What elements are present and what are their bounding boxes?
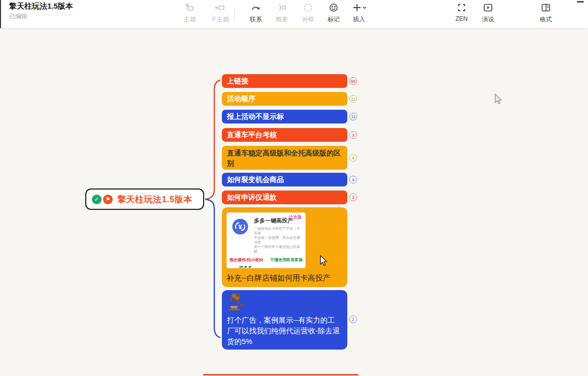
document-title[interactable]: 擎天柱玩法1.5版本 bbox=[9, 2, 73, 11]
format-button[interactable]: 格式 bbox=[533, 3, 559, 24]
root-topic[interactable]: ✓ ⚑ 擎天柱玩法1.5版本 bbox=[85, 189, 204, 210]
format-panel-icon bbox=[533, 3, 559, 15]
root-topic-label: 擎天柱玩法1.5版本 bbox=[117, 194, 192, 205]
topic-label: 主题 bbox=[177, 15, 203, 24]
format-label: 格式 bbox=[533, 15, 559, 24]
currency-glyph: ¥ bbox=[238, 223, 242, 231]
topic-count-badge[interactable]: 4 bbox=[349, 154, 357, 162]
relationship-label: 联系 bbox=[243, 15, 269, 24]
summary-label: 概要 bbox=[269, 15, 295, 24]
insert-button[interactable]: 插入 bbox=[344, 3, 374, 24]
topic-ztc-platform-check[interactable]: 直通车平台考核 bbox=[222, 128, 347, 142]
zen-brackets-icon bbox=[448, 3, 475, 15]
topic-activity-no-tag[interactable]: 报上活动不显示标 bbox=[222, 110, 347, 123]
remote-cursor bbox=[494, 93, 503, 105]
topic-ztc-version-diff[interactable]: 直通车稳定高级版和全托高级版的区别 bbox=[222, 146, 347, 170]
topic-supplement-image-node[interactable]: ¥ 多多一键高投产 计次版 一键自动化卡高投产开车（开车老 手必备）全免费、请点… bbox=[222, 207, 347, 287]
ad-text: 打个广告，案例展示--有实力的工厂可以找我们纯佣代运营收-除去退货的5% bbox=[227, 315, 342, 347]
summary-button[interactable]: 概要 bbox=[269, 3, 295, 24]
topic-count-badge[interactable]: 50 bbox=[349, 77, 357, 85]
relationship-button[interactable]: 联系 bbox=[243, 3, 269, 24]
topic-button[interactable]: 主题 bbox=[177, 3, 203, 24]
relationship-icon bbox=[243, 3, 269, 15]
topic-icon bbox=[177, 3, 203, 15]
subtopic-icon bbox=[207, 3, 233, 15]
toolbar-separator bbox=[234, 7, 235, 20]
document-status: 已编辑 bbox=[9, 12, 27, 21]
topic-appeal-refund[interactable]: 如何申诉仅退款 bbox=[222, 191, 347, 204]
insert-plus-icon bbox=[344, 3, 374, 15]
subtopic-label: 子主题 bbox=[207, 15, 233, 24]
topic-label: 活动顺序 bbox=[227, 94, 255, 104]
tool-card-tag: 计次版 bbox=[289, 214, 302, 221]
summary-icon bbox=[269, 3, 295, 15]
zen-button[interactable]: ZEN bbox=[448, 3, 475, 22]
insert-label: 插入 bbox=[344, 15, 374, 24]
toolbar: 擎天柱玩法1.5版本 已编辑 主题 子主题 联系 概要 bbox=[0, 0, 588, 28]
present-play-icon bbox=[475, 3, 501, 15]
topic-count-badge[interactable]: 11 bbox=[349, 113, 357, 120]
topic-count-badge[interactable]: 3 bbox=[349, 194, 357, 201]
boundary-label: 外框 bbox=[295, 15, 321, 24]
marker-smiley-icon bbox=[320, 3, 347, 15]
topic-count-badge[interactable]: 4 bbox=[349, 176, 357, 183]
window-minimize-dash[interactable] bbox=[577, 1, 584, 3]
topic-count-badge[interactable]: 11 bbox=[349, 95, 357, 103]
topic-upload-link[interactable]: 上链接 bbox=[222, 74, 347, 88]
check-marker-icon[interactable]: ✓ bbox=[92, 195, 102, 204]
subtopic-button[interactable]: 子主题 bbox=[207, 3, 233, 24]
tool-logo-icon: ¥ bbox=[230, 216, 251, 237]
tool-card-description: 一键自动化卡高投产开车（开车老 手必备）全免费、请点击右侧绿色 第十个教程即可看… bbox=[254, 226, 303, 254]
topic-label: 如何申诉仅退款 bbox=[227, 193, 277, 202]
topic-label: 直通车稳定高级版和全托高级版的区别 bbox=[227, 148, 342, 168]
topic-label: 报上活动不显示标 bbox=[227, 112, 284, 121]
topic-count-badge[interactable]: 3 bbox=[349, 131, 357, 139]
topic-label: 如何裂变机会商品 bbox=[227, 175, 284, 184]
help-note: 不懂使用联系客服 bbox=[270, 257, 303, 263]
mouse-cursor bbox=[319, 255, 328, 266]
flag-marker-icon[interactable]: ⚑ bbox=[103, 195, 113, 204]
mindmap-canvas[interactable]: ✓ ⚑ 擎天柱玩法1.5版本 上链接 活动顺序 报上活动不显示标 直通车平台考核… bbox=[0, 28, 588, 376]
cost-note: 每次操作/扣20积分 bbox=[230, 257, 264, 263]
topic-count-badge[interactable]: 2 bbox=[349, 316, 357, 323]
platform-label: 拼多多 bbox=[239, 265, 305, 268]
boundary-button[interactable]: 外框 bbox=[295, 3, 321, 24]
topic-label: 上链接 bbox=[227, 76, 248, 86]
marker-button[interactable]: 标记 bbox=[320, 3, 347, 24]
marker-label: 标记 bbox=[320, 15, 347, 24]
embedded-tool-card-image[interactable]: ¥ 多多一键高投产 计次版 一键自动化卡高投产开车（开车老 手必备）全免费、请点… bbox=[226, 212, 306, 268]
present-label: 演说 bbox=[475, 15, 501, 24]
boundary-icon bbox=[295, 3, 321, 15]
topic-ad-node[interactable]: 打个广告，案例展示--有实力的工厂可以找我们纯佣代运营收-除去退货的5% bbox=[222, 290, 347, 350]
topic-split-opportunity-product[interactable]: 如何裂变机会商品 bbox=[222, 173, 347, 186]
present-button[interactable]: 演说 bbox=[475, 3, 501, 24]
supplement-caption: 补充--白牌店铺如何用卡高投产 bbox=[226, 273, 343, 283]
gavel-icon bbox=[227, 294, 247, 311]
playback-progress-line bbox=[203, 374, 358, 375]
topic-activity-order[interactable]: 活动顺序 bbox=[222, 92, 347, 106]
zen-label: ZEN bbox=[448, 15, 475, 22]
topic-label: 直通车平台考核 bbox=[227, 130, 277, 140]
